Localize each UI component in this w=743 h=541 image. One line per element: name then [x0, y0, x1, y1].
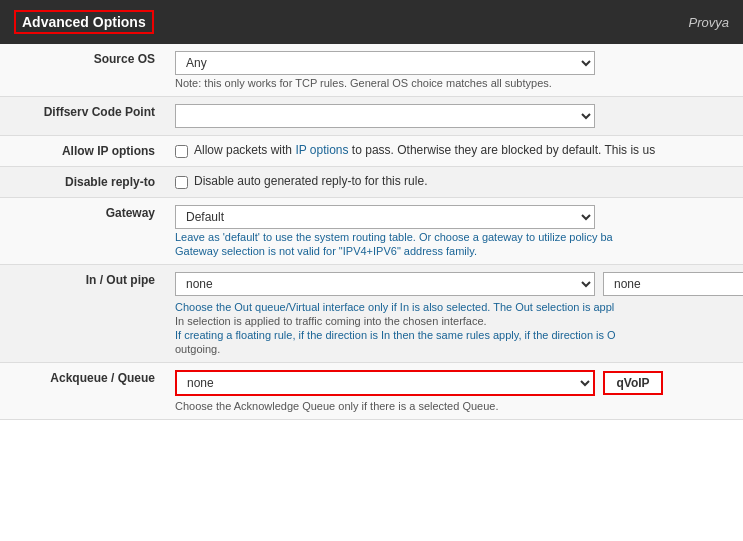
ackqueue-row: Ackqueue / Queue none qVoIP Choose the A… — [0, 363, 743, 420]
disable-reply-to-checkbox[interactable] — [175, 176, 188, 189]
header: Advanced Options Provya — [0, 0, 743, 44]
source-os-note: Note: this only works for TCP rules. Gen… — [175, 77, 743, 89]
disable-reply-to-row: Disable reply-to Disable auto generated … — [0, 167, 743, 198]
in-pipe-select[interactable]: none — [175, 272, 595, 296]
ackqueue-note: Choose the Acknowledge Queue only if the… — [175, 400, 743, 412]
allow-ip-options-label: Allow IP options — [0, 136, 165, 167]
disable-reply-to-value: Disable auto generated reply-to for this… — [165, 167, 743, 198]
gateway-note2: Gateway selection is not valid for "IPV4… — [175, 245, 743, 257]
allow-ip-options-value: Allow packets with IP options to pass. O… — [165, 136, 743, 167]
source-os-row: Source OS Any Note: this only works for … — [0, 44, 743, 97]
pipe-note2: In selection is applied to traffic comin… — [175, 315, 743, 327]
ackqueue-value-box: qVoIP — [603, 371, 663, 395]
disable-reply-to-text: Disable auto generated reply-to for this… — [194, 174, 427, 188]
gateway-note1: Leave as 'default' to use the system rou… — [175, 231, 743, 243]
pipe-note4: outgoing. — [175, 343, 743, 355]
allow-ip-options-checkbox[interactable] — [175, 145, 188, 158]
ackqueue-value: none qVoIP Choose the Acknowledge Queue … — [165, 363, 743, 420]
gateway-value: Default Leave as 'default' to use the sy… — [165, 198, 743, 265]
in-out-pipe-value: none none Choose the Out queue/Virtual i… — [165, 265, 743, 363]
ackqueue-label: Ackqueue / Queue — [0, 363, 165, 420]
diffserv-label: Diffserv Code Point — [0, 97, 165, 136]
in-out-pipe-label: In / Out pipe — [0, 265, 165, 363]
ackqueue-select[interactable]: none — [175, 370, 595, 396]
source-os-select[interactable]: Any — [175, 51, 595, 75]
out-pipe-select[interactable]: none — [603, 272, 743, 296]
pipe-note1: Choose the Out queue/Virtual interface o… — [175, 301, 743, 313]
ip-options-link[interactable]: IP options — [295, 143, 348, 157]
provya-logo: Provya — [689, 15, 729, 30]
advanced-options-title: Advanced Options — [14, 10, 154, 34]
allow-ip-options-text: Allow packets with IP options to pass. O… — [194, 143, 655, 157]
diffserv-select[interactable] — [175, 104, 595, 128]
source-os-value: Any Note: this only works for TCP rules.… — [165, 44, 743, 97]
pipe-note3: If creating a floating rule, if the dire… — [175, 329, 743, 341]
diffserv-value — [165, 97, 743, 136]
source-os-label: Source OS — [0, 44, 165, 97]
gateway-label: Gateway — [0, 198, 165, 265]
diffserv-row: Diffserv Code Point — [0, 97, 743, 136]
disable-reply-to-label: Disable reply-to — [0, 167, 165, 198]
in-out-pipe-row: In / Out pipe none none Choose the Out q… — [0, 265, 743, 363]
allow-ip-options-row: Allow IP options Allow packets with IP o… — [0, 136, 743, 167]
gateway-select[interactable]: Default — [175, 205, 595, 229]
gateway-row: Gateway Default Leave as 'default' to us… — [0, 198, 743, 265]
